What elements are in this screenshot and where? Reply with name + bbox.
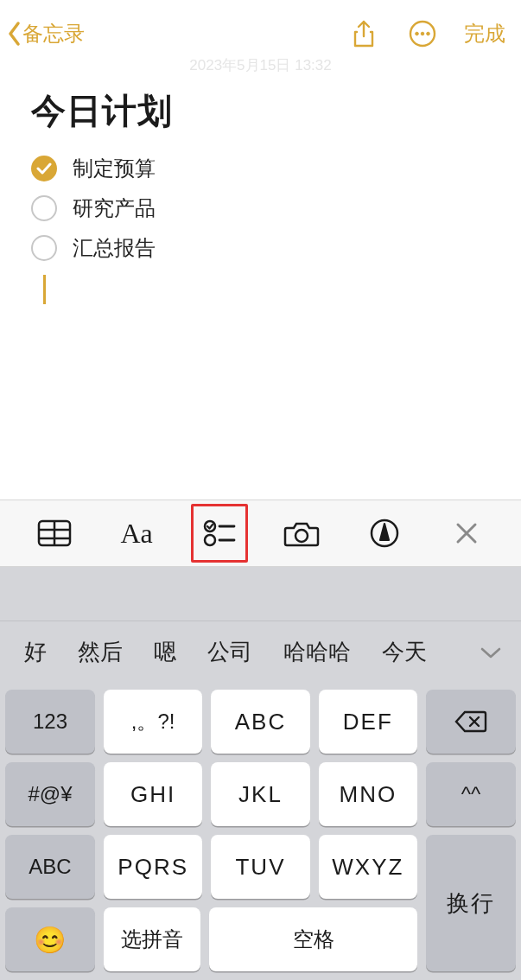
- back-button[interactable]: 备忘录: [5, 19, 85, 48]
- key-face[interactable]: ^^: [426, 762, 516, 826]
- checkbox-checked-icon[interactable]: [31, 156, 57, 181]
- key-123[interactable]: 123: [5, 690, 95, 754]
- aa-label: Aa: [120, 518, 152, 550]
- checklist-item-text: 制定预算: [73, 155, 156, 182]
- prediction-bar: 好 然后 嗯 公司 哈哈哈 今天: [0, 620, 521, 683]
- done-button[interactable]: 完成: [464, 20, 505, 48]
- dismiss-keyboard-button[interactable]: [438, 509, 495, 557]
- checkbox-unchecked-icon[interactable]: [31, 195, 57, 221]
- key-def[interactable]: DEF: [319, 690, 417, 754]
- checklist: 制定预算 研究产品 汇总报告: [31, 149, 490, 304]
- keyboard-spacer: [0, 567, 521, 620]
- prediction-word[interactable]: 公司: [192, 637, 268, 667]
- key-abc[interactable]: ABC: [211, 690, 309, 754]
- prediction-word[interactable]: 今天: [366, 637, 442, 667]
- checklist-item[interactable]: 汇总报告: [31, 228, 490, 268]
- checkbox-unchecked-icon[interactable]: [31, 235, 57, 261]
- note-timestamp: 2023年5月15日 13:32: [0, 55, 521, 75]
- svg-point-6: [205, 535, 215, 545]
- table-button[interactable]: [26, 509, 83, 557]
- space-key[interactable]: 空格: [209, 907, 417, 971]
- text-format-button[interactable]: Aa: [108, 509, 165, 557]
- nav-actions: 完成: [346, 16, 505, 51]
- checklist-item[interactable]: 研究产品: [31, 188, 490, 228]
- more-button[interactable]: [405, 16, 440, 51]
- checklist-item-text: 汇总报告: [73, 234, 156, 262]
- checklist-button[interactable]: [191, 504, 248, 563]
- key-pqrs[interactable]: PQRS: [104, 835, 202, 899]
- prediction-word[interactable]: 然后: [62, 637, 138, 667]
- emoji-key[interactable]: 😊: [5, 907, 95, 971]
- chevron-left-icon: [5, 19, 24, 48]
- keyboard: 123 ,。?! ABC DEF #@¥ GHI JKL MNO ^^ ABC …: [0, 683, 521, 980]
- key-wxyz[interactable]: WXYZ: [319, 835, 417, 899]
- note-body[interactable]: 今日计划 制定预算 研究产品 汇总报告: [0, 75, 521, 500]
- text-cursor: [43, 275, 46, 304]
- backspace-key[interactable]: [426, 690, 516, 754]
- note-title[interactable]: 今日计划: [31, 87, 490, 135]
- svg-point-1: [416, 32, 419, 35]
- key-ghi[interactable]: GHI: [104, 762, 202, 826]
- checklist-item-text: 研究产品: [73, 194, 156, 222]
- share-button[interactable]: [346, 16, 381, 51]
- camera-button[interactable]: [273, 509, 330, 557]
- key-jkl[interactable]: JKL: [211, 762, 309, 826]
- key-punct[interactable]: ,。?!: [104, 690, 202, 754]
- svg-point-2: [421, 32, 424, 35]
- format-toolbar: Aa: [0, 500, 521, 567]
- svg-point-3: [427, 32, 430, 35]
- key-latin[interactable]: ABC: [5, 835, 95, 899]
- svg-point-7: [295, 530, 308, 542]
- return-key[interactable]: 换行: [426, 835, 516, 971]
- checklist-item[interactable]: 制定预算: [31, 149, 490, 188]
- svg-point-5: [205, 521, 215, 531]
- key-tuv[interactable]: TUV: [211, 835, 309, 899]
- expand-predictions-button[interactable]: [469, 631, 512, 674]
- markup-button[interactable]: [356, 509, 413, 557]
- prediction-word[interactable]: 嗯: [138, 637, 192, 667]
- key-symbols[interactable]: #@¥: [5, 762, 95, 826]
- key-mno[interactable]: MNO: [319, 762, 417, 826]
- prediction-word[interactable]: 哈哈哈: [268, 637, 366, 667]
- prediction-word[interactable]: 好: [9, 637, 62, 667]
- select-pinyin-key[interactable]: 选拼音: [104, 907, 200, 971]
- back-label: 备忘录: [22, 20, 85, 48]
- top-nav: 备忘录 完成: [0, 0, 521, 59]
